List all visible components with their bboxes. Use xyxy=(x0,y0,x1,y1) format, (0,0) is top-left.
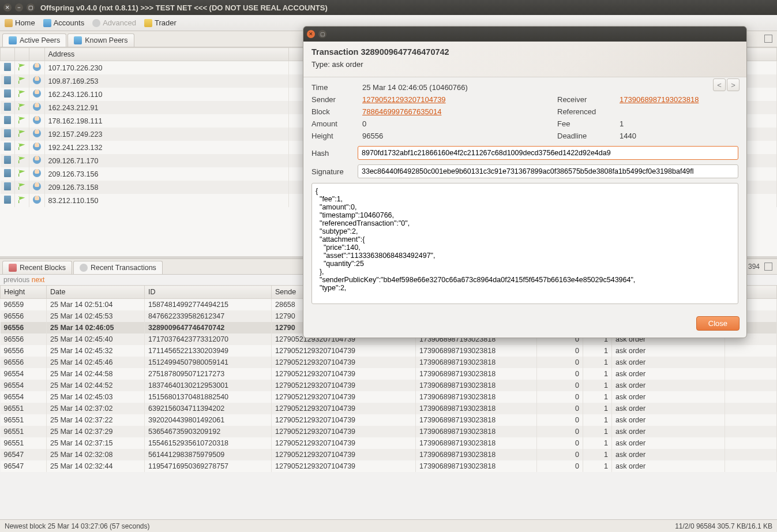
cell-fee: 1 xyxy=(583,391,612,403)
table-row[interactable]: 96547 25 Mar 14 02:32:44 119547169503692… xyxy=(1,460,777,472)
dialog-close-icon[interactable]: ✕ xyxy=(307,30,315,38)
delete-icon[interactable] xyxy=(4,169,11,177)
panel-detach-icon[interactable] xyxy=(764,263,772,271)
cell-amount: 0 xyxy=(537,426,583,437)
transaction-dialog: ✕ ▢ Transaction 3289009647746470742 Type… xyxy=(303,26,747,338)
delete-icon[interactable] xyxy=(4,156,11,164)
cell-type: ask order xyxy=(612,368,725,380)
transactions-icon xyxy=(80,264,88,272)
flag-icon[interactable] xyxy=(18,170,25,177)
cell-date: 25 Mar 14 02:45:03 xyxy=(47,391,145,403)
cell-receiver: 1739068987193023818 xyxy=(416,437,537,449)
table-row[interactable]: 96554 25 Mar 14 02:44:58 275187809507121… xyxy=(1,368,777,380)
cell-id: 11954716950369278757 xyxy=(145,460,272,472)
flag-icon[interactable] xyxy=(18,77,25,84)
signature-input[interactable] xyxy=(358,164,738,178)
cell-sender: 12790521293207104739 xyxy=(272,357,416,368)
delete-icon[interactable] xyxy=(4,116,11,124)
flag-icon[interactable] xyxy=(18,63,25,70)
table-row[interactable]: 96556 25 Mar 14 02:45:46 151249945079800… xyxy=(1,357,777,368)
link-receiver[interactable]: 1739068987193023818 xyxy=(620,95,699,104)
link-sender[interactable]: 12790521293207104739 xyxy=(362,95,446,104)
cell-height: 96559 xyxy=(1,299,47,311)
col-height[interactable]: Height xyxy=(1,286,47,299)
cell-id: 3920204439801492061 xyxy=(145,414,272,426)
cell-sender: 12790521293207104739 xyxy=(272,437,416,449)
delete-icon[interactable] xyxy=(4,129,11,137)
flag-icon[interactable] xyxy=(18,130,25,137)
tab-recent-transactions[interactable]: Recent Transactions xyxy=(73,261,163,274)
cell-date: 25 Mar 14 02:32:44 xyxy=(47,460,145,472)
table-row[interactable]: 96554 25 Mar 14 02:44:52 183746401302129… xyxy=(1,380,777,391)
flag-icon[interactable] xyxy=(18,156,25,163)
cell-height: 96551 xyxy=(1,426,47,437)
window-buttons: ✕ − ▢ xyxy=(3,3,35,12)
cell-id: 15124994507980059141 xyxy=(145,357,272,368)
window-minimize-icon[interactable]: − xyxy=(15,3,23,12)
trader-button[interactable]: Trader xyxy=(144,18,177,27)
home-button[interactable]: Home xyxy=(5,18,35,27)
hash-input[interactable] xyxy=(358,146,738,160)
advanced-button[interactable]: Advanced xyxy=(92,18,136,27)
value-time: 25 Mar 14 02:46:05 (10460766) xyxy=(362,83,553,92)
person-icon xyxy=(33,63,41,71)
delete-icon[interactable] xyxy=(4,76,11,84)
table-row[interactable]: 96551 25 Mar 14 02:37:15 155461529356107… xyxy=(1,437,777,449)
flag-icon[interactable] xyxy=(18,143,25,150)
cell-date: 25 Mar 14 02:44:58 xyxy=(47,368,145,380)
dialog-maximize-icon[interactable]: ▢ xyxy=(318,30,326,38)
table-row[interactable]: 96551 25 Mar 14 02:37:29 536546735903209… xyxy=(1,426,777,437)
dialog-titlebar[interactable]: ✕ ▢ xyxy=(303,27,746,42)
pager-previous[interactable]: previous xyxy=(3,276,29,284)
tab-active-peers[interactable]: Active Peers xyxy=(2,33,66,47)
label-deadline: Deadline xyxy=(557,132,615,140)
cell-type: ask order xyxy=(612,449,725,460)
flag-icon[interactable] xyxy=(18,196,25,203)
flag-icon[interactable] xyxy=(18,90,25,97)
close-button[interactable]: Close xyxy=(696,316,740,331)
panel-detach-icon[interactable] xyxy=(764,35,772,43)
value-amount: 0 xyxy=(362,119,553,128)
dialog-prev-button[interactable]: < xyxy=(713,78,726,91)
flag-icon[interactable] xyxy=(18,183,25,190)
cell-address: 178.162.198.111 xyxy=(44,114,288,128)
delete-icon[interactable] xyxy=(4,103,11,111)
dialog-next-button[interactable]: > xyxy=(727,78,740,91)
delete-icon[interactable] xyxy=(4,182,11,190)
table-row[interactable]: 96556 25 Mar 14 02:45:32 171145652213302… xyxy=(1,345,777,357)
col-id[interactable]: ID xyxy=(145,286,272,299)
dialog-header: Transaction 3289009647746470742 Type: as… xyxy=(303,42,746,77)
table-row[interactable]: 96551 25 Mar 14 02:37:22 392020443980149… xyxy=(1,414,777,426)
person-icon xyxy=(33,116,41,124)
label-fee: Fee xyxy=(557,119,615,128)
cell-sender: 12790521293207104739 xyxy=(272,391,416,403)
table-row[interactable]: 96547 25 Mar 14 02:32:08 561441298387597… xyxy=(1,449,777,460)
table-row[interactable]: 96554 25 Mar 14 02:45:03 151568013704818… xyxy=(1,391,777,403)
pager-next[interactable]: next xyxy=(32,276,45,284)
person-icon xyxy=(33,143,41,151)
dialog-title: Transaction 3289009647746470742 xyxy=(311,47,738,57)
cell-amount: 0 xyxy=(537,368,583,380)
window-close-icon[interactable]: ✕ xyxy=(3,3,12,12)
tab-known-peers[interactable]: Known Peers xyxy=(67,33,134,47)
delete-icon[interactable] xyxy=(4,196,11,204)
flag-icon[interactable] xyxy=(18,117,25,123)
col-address[interactable]: Address xyxy=(44,48,288,61)
cell-amount: 0 xyxy=(537,437,583,449)
tab-recent-blocks[interactable]: Recent Blocks xyxy=(2,261,72,274)
window-maximize-icon[interactable]: ▢ xyxy=(27,3,35,12)
json-textarea[interactable] xyxy=(311,183,738,304)
cell-address: 162.243.126.110 xyxy=(44,88,288,101)
delete-icon[interactable] xyxy=(4,89,11,98)
flag-icon[interactable] xyxy=(18,103,25,110)
col-date[interactable]: Date xyxy=(47,286,145,299)
link-block[interactable]: 7886469997667635014 xyxy=(362,107,441,116)
blocks-icon xyxy=(9,264,17,272)
table-row[interactable]: 96551 25 Mar 14 02:37:02 639215603471139… xyxy=(1,403,777,414)
accounts-button[interactable]: Accounts xyxy=(43,18,84,27)
person-icon xyxy=(33,76,41,84)
delete-icon[interactable] xyxy=(4,143,11,151)
delete-icon[interactable] xyxy=(4,63,11,71)
cell-receiver: 1739068987193023818 xyxy=(416,345,537,357)
cell-amount: 0 xyxy=(537,460,583,472)
